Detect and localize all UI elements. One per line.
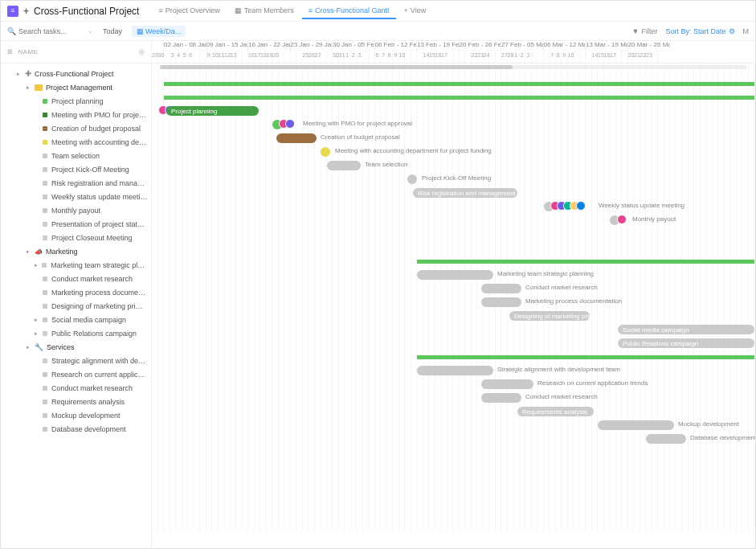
week-header: 30 Jan - 05 Feb [333,41,375,52]
day-header [652,52,659,64]
day-header: 14 [592,52,599,64]
gantt-row: Marketing process documentation [152,296,755,309]
tree-row[interactable]: Project Closeout Meeting [1,231,151,244]
tree-row[interactable]: ▸Public Relations campaign [1,326,151,340]
hierarchy-icon[interactable]: ⊞ [7,48,14,55]
day-header: 2 [351,52,358,64]
tree-row[interactable]: Database development [1,422,151,436]
tree-row[interactable]: ▸📣Marketing [1,244,151,258]
filter-button[interactable]: ▼Filter [632,27,658,35]
tree-row[interactable]: ▸✚Cross-Functional Project [1,67,151,80]
task-bar[interactable]: Designing of marketing primer [509,311,590,321]
add-column-icon[interactable]: ⊕ [138,47,145,56]
tree-label: Risk registration and management [51,179,148,187]
tree-row[interactable]: Research on current application ... [1,367,151,381]
summary-bar[interactable] [417,260,754,264]
task-bar[interactable] [327,161,361,170]
tree-row[interactable]: Conduct market research [1,381,151,395]
avatar-stack[interactable] [620,215,627,224]
task-bar[interactable]: Public Relations campaign [618,338,754,348]
search-input[interactable] [18,27,83,35]
chevron-down-icon[interactable]: ⌄ [88,27,93,35]
summary-bar[interactable] [164,96,754,100]
gantt-body[interactable]: Project planningMeeting with PMO for pro… [152,64,755,530]
tree-row[interactable]: Strategic alignment with develop... [1,354,151,367]
task-bar[interactable] [481,284,521,293]
task-bar[interactable]: Social media campaign [618,325,754,334]
tab-project-overview[interactable]: ≡Project Overview [152,3,226,19]
tree-row[interactable]: ▸Project Management [1,80,151,94]
milestone[interactable] [321,147,330,157]
scroll-track[interactable] [160,65,747,69]
task-bar[interactable] [417,366,493,375]
toolbar-extra[interactable]: M [743,27,750,35]
tree-row[interactable]: Project Kick-Off Meeting [1,162,151,176]
tree-label: Conduct market research [51,275,133,283]
tree-row[interactable]: Conduct market research [1,272,151,285]
tree-row[interactable]: ▸Social media campaign [1,313,151,326]
day-header: 3 [525,52,532,64]
tree-row[interactable]: Presentation of project status re... [1,217,151,231]
tree-row[interactable]: Requirements analysis [1,395,151,408]
day-header: 10 [212,52,219,64]
gear-icon[interactable]: ⚙ [729,27,735,35]
milestone[interactable] [407,174,417,184]
tree-row[interactable]: Mockup development [1,408,151,422]
task-bar[interactable] [481,379,533,389]
tree-row[interactable]: Risk registration and management [1,176,151,190]
tree-row[interactable]: Monthly payout [1,203,151,217]
today-button[interactable]: Today [98,26,127,37]
tree-row[interactable]: Designing of marketing primer [1,299,151,313]
zoom-selector[interactable]: ▦Week/Da... [132,26,186,37]
avatar-stack[interactable] [554,201,586,211]
tree-row[interactable]: Meeting with PMO for project a... [1,108,151,121]
tab-team-members[interactable]: ▦Team Members [228,3,300,19]
task-bar[interactable] [598,420,674,430]
tree-label: Meeting with PMO for project a... [51,111,148,119]
tree-row[interactable]: ▸🔧Services [1,340,151,354]
tree-row[interactable]: Marketing process documentation [1,285,151,299]
task-bar[interactable]: Requirements analysis [517,407,594,416]
task-bar[interactable] [646,434,686,444]
scroll-thumb[interactable] [160,65,513,69]
tree-row[interactable]: Meeting with accounting depart... [1,135,151,149]
avatar[interactable] [576,201,586,211]
summary-bar[interactable] [164,82,754,86]
tree-row[interactable]: Team selection [1,149,151,162]
tree-row[interactable]: ▸Marketing team strategic planning [1,258,151,272]
avatar[interactable] [617,215,627,224]
avatar-stack[interactable] [282,119,295,129]
tree-row[interactable]: Creation of budget proposal [1,121,151,135]
task-bar[interactable] [481,297,521,307]
gantt-row [152,255,755,268]
caret-icon[interactable]: ▸ [35,317,41,323]
day-header: 24 [484,52,490,64]
caret-icon[interactable]: ▸ [27,344,33,350]
task-bar[interactable] [481,393,521,403]
caret-icon[interactable]: ▸ [17,71,23,77]
status-bullet [43,358,47,363]
caret-icon[interactable]: ▸ [35,330,41,337]
gantt-chart[interactable]: 02 Jan - 08 Jan09 Jan - 15 Jan16 Jan - 2… [152,41,755,548]
caret-icon[interactable]: ▸ [35,262,40,268]
tree-label: Social media campaign [51,316,126,324]
tree-label: Strategic alignment with develop... [51,357,148,365]
task-bar[interactable] [276,133,317,143]
day-header [616,52,623,64]
task-bar[interactable]: Risk registration and management [413,188,517,198]
task-bar[interactable]: Project planning [166,106,259,116]
plus-icon[interactable]: + [23,6,29,17]
name-column-label: NAME [18,48,39,55]
caret-icon[interactable]: ▸ [27,248,33,255]
tab-gantt[interactable]: ≡Cross-Functional Gantt [302,3,396,19]
tree-label: Meeting with accounting depart... [51,138,148,146]
task-bar[interactable] [417,270,493,280]
sort-button[interactable]: Sort By: Start Date⚙ [665,27,734,35]
tab-add-view[interactable]: +View [398,3,433,19]
summary-bar[interactable] [417,355,754,359]
tree-row[interactable]: Project planning [1,94,151,108]
avatar[interactable] [285,119,295,129]
caret-icon[interactable]: ▸ [27,84,33,91]
status-bullet [43,236,47,240]
tree-row[interactable]: Weekly status update meeting [1,190,151,203]
